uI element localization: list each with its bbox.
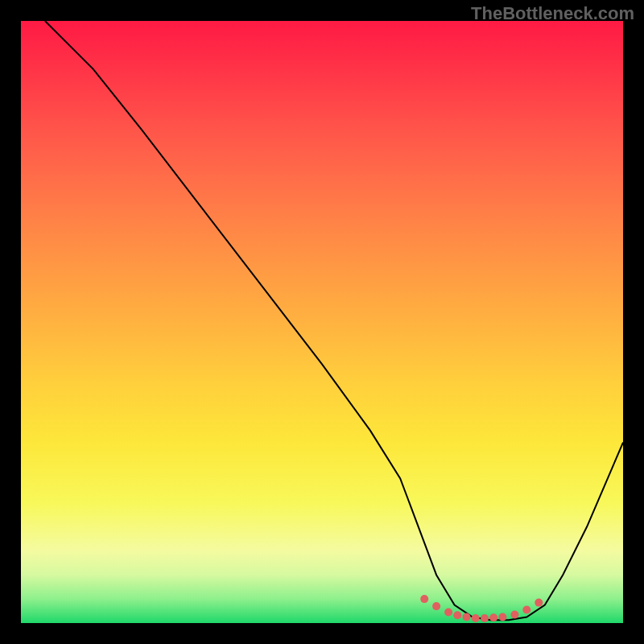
trough-dot [535, 599, 543, 607]
trough-dot [498, 613, 506, 621]
trough-dot [444, 609, 452, 617]
watermark-text: TheBottleneck.com [471, 3, 634, 24]
trough-dot [432, 602, 440, 610]
trough-dot [453, 611, 461, 619]
bottleneck-curve [45, 21, 623, 620]
trough-dot [489, 613, 497, 621]
trough-dot [472, 614, 480, 622]
trough-dot [510, 611, 518, 619]
trough-dot [463, 613, 471, 621]
trough-dot [481, 614, 489, 622]
plot-area [21, 21, 623, 623]
trough-dot [420, 595, 428, 603]
trough-dot [522, 606, 530, 614]
chart-svg [21, 21, 623, 623]
